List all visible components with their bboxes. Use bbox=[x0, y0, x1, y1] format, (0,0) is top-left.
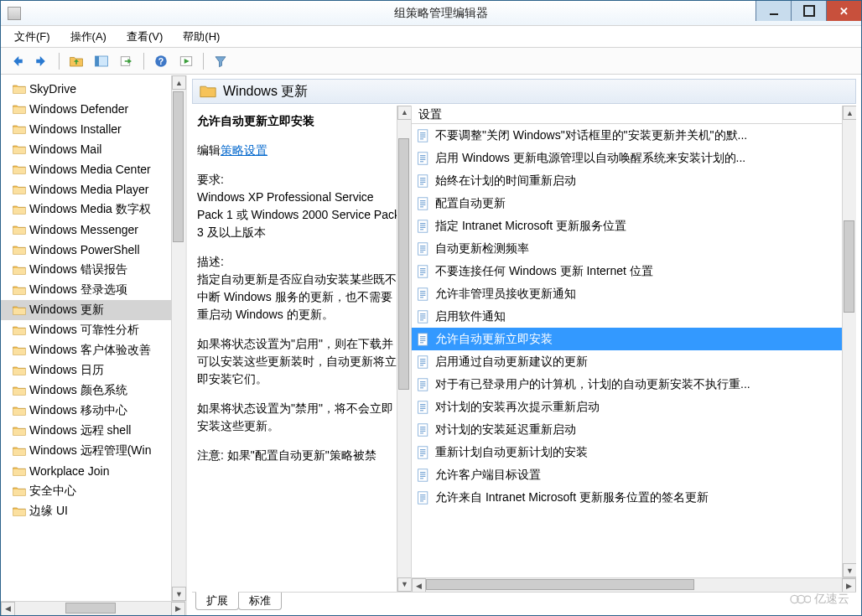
tree-item-label: Windows Installer bbox=[29, 122, 122, 136]
tree-item[interactable]: 边缘 UI bbox=[1, 501, 185, 521]
tree-item[interactable]: Windows Mail bbox=[1, 139, 185, 159]
setting-item[interactable]: 允许自动更新立即安装 bbox=[412, 328, 856, 350]
tree-hscrollbar[interactable]: ◀ ▶ bbox=[1, 601, 185, 615]
export-button[interactable] bbox=[116, 50, 138, 72]
setting-item[interactable]: 对计划的安装延迟重新启动 bbox=[412, 418, 856, 441]
tab-standard[interactable]: 标准 bbox=[238, 593, 282, 610]
scroll-down-icon[interactable]: ▼ bbox=[172, 587, 186, 601]
setting-item[interactable]: 允许非管理员接收更新通知 bbox=[412, 282, 856, 305]
svg-rect-75 bbox=[420, 432, 423, 433]
tree-item[interactable]: Windows Installer bbox=[1, 119, 185, 139]
setting-item[interactable]: 重新计划自动更新计划的安装 bbox=[412, 441, 856, 463]
folder-icon bbox=[200, 84, 216, 99]
svg-rect-49 bbox=[420, 317, 425, 318]
svg-rect-47 bbox=[420, 313, 425, 314]
scroll-thumb[interactable] bbox=[844, 220, 854, 313]
tree-item[interactable]: Windows 日历 bbox=[1, 360, 185, 380]
maximize-button[interactable] bbox=[791, 1, 826, 21]
scroll-down-icon[interactable]: ▼ bbox=[843, 563, 856, 577]
scroll-right-icon[interactable]: ▶ bbox=[842, 578, 856, 592]
forward-button[interactable] bbox=[31, 50, 53, 72]
tree-item[interactable]: 安全中心 bbox=[1, 481, 185, 501]
right-panel: Windows 更新 允许自动更新立即安装 编辑策略设置 要求: Windows… bbox=[187, 75, 861, 615]
help-button[interactable]: ? bbox=[150, 50, 172, 72]
tree-item[interactable]: Windows Media Center bbox=[1, 159, 185, 179]
setting-item[interactable]: 对计划的安装再次提示重新启动 bbox=[412, 396, 856, 418]
menu-view[interactable]: 查看(V) bbox=[118, 28, 171, 46]
tree-item[interactable]: Windows Messenger bbox=[1, 220, 185, 240]
scroll-left-icon[interactable]: ◀ bbox=[412, 578, 426, 592]
svg-rect-68 bbox=[420, 406, 425, 406]
scroll-right-icon[interactable]: ▶ bbox=[171, 602, 185, 616]
scroll-thumb[interactable] bbox=[398, 138, 409, 390]
setting-item[interactable]: 启用通过自动更新建议的更新 bbox=[412, 350, 856, 373]
scroll-thumb[interactable] bbox=[65, 603, 116, 613]
tree-item[interactable]: Windows 登录选项 bbox=[1, 280, 185, 300]
tree-item[interactable]: Windows 远程管理(Win bbox=[1, 441, 185, 461]
menu-action[interactable]: 操作(A) bbox=[62, 28, 115, 46]
desc-vscrollbar[interactable]: ▲ ▼ bbox=[397, 106, 411, 592]
tree-item[interactable]: Windows Media 数字权 bbox=[1, 199, 185, 220]
scroll-up-icon[interactable]: ▲ bbox=[397, 106, 412, 120]
scroll-thumb[interactable] bbox=[173, 91, 184, 242]
tree-list[interactable]: SkyDriveWindows DefenderWindows Installe… bbox=[1, 75, 185, 601]
settings-hscrollbar[interactable]: ◀ ▶ bbox=[412, 577, 856, 592]
tree-vscrollbar[interactable]: ▲ ▼ bbox=[171, 75, 185, 601]
back-button[interactable] bbox=[6, 50, 28, 72]
action-button[interactable] bbox=[175, 50, 197, 72]
minimize-button[interactable] bbox=[756, 1, 791, 21]
setting-item[interactable]: 对于有已登录用户的计算机，计划的自动更新安装不执行重... bbox=[412, 373, 856, 396]
setting-item[interactable]: 指定 Intranet Microsoft 更新服务位置 bbox=[412, 215, 856, 237]
tree-item[interactable]: Workplace Join bbox=[1, 461, 185, 481]
setting-item[interactable]: 允许客户端目标设置 bbox=[412, 463, 856, 486]
description-panel: 允许自动更新立即安装 编辑策略设置 要求: Windows XP Profess… bbox=[192, 106, 412, 592]
setting-item[interactable]: 允许来自 Intranet Microsoft 更新服务位置的签名更新 bbox=[412, 486, 856, 509]
menu-help[interactable]: 帮助(H) bbox=[174, 28, 228, 46]
edit-policy-link[interactable]: 策略设置 bbox=[221, 143, 267, 157]
tree-item[interactable]: Windows 错误报告 bbox=[1, 260, 185, 280]
tree-item[interactable]: SkyDrive bbox=[1, 79, 185, 99]
scroll-thumb[interactable] bbox=[426, 579, 694, 590]
show-hide-tree-button[interactable] bbox=[91, 50, 112, 72]
settings-column-header[interactable]: 设置 bbox=[412, 106, 856, 124]
tree-item[interactable]: Windows 客户体验改善 bbox=[1, 340, 185, 360]
tree-item[interactable]: Windows 可靠性分析 bbox=[1, 320, 185, 340]
tab-extended[interactable]: 扩展 bbox=[195, 592, 239, 610]
scroll-up-icon[interactable]: ▲ bbox=[172, 75, 186, 90]
tree-item[interactable]: Windows Media Player bbox=[1, 179, 185, 199]
tree-item[interactable]: Windows 远程 shell bbox=[1, 421, 185, 441]
setting-item[interactable]: 不要连接任何 Windows 更新 Internet 位置 bbox=[412, 260, 856, 282]
folder-icon bbox=[13, 485, 26, 497]
settings-list[interactable]: 不要调整"关闭 Windows"对话框里的"安装更新并关机"的默...启用 Wi… bbox=[412, 124, 856, 577]
policy-icon bbox=[417, 242, 430, 256]
tree-item[interactable]: Windows 颜色系统 bbox=[1, 380, 185, 401]
svg-rect-77 bbox=[420, 449, 425, 450]
export-icon bbox=[119, 54, 134, 69]
tree-item[interactable]: Windows Defender bbox=[1, 99, 185, 119]
svg-rect-76 bbox=[418, 446, 428, 458]
setting-item[interactable]: 配置自动更新 bbox=[412, 192, 856, 215]
up-button[interactable] bbox=[65, 50, 87, 72]
folder-icon bbox=[13, 425, 26, 437]
setting-item[interactable]: 启用 Windows 更新电源管理以自动唤醒系统来安装计划的... bbox=[412, 147, 856, 169]
setting-item[interactable]: 不要调整"关闭 Windows"对话框里的"安装更新并关机"的默... bbox=[412, 124, 856, 147]
filter-button[interactable] bbox=[210, 50, 231, 72]
tree-item[interactable]: Windows 移动中心 bbox=[1, 401, 185, 421]
setting-item[interactable]: 启用软件通知 bbox=[412, 305, 856, 328]
svg-rect-50 bbox=[420, 319, 423, 320]
close-button[interactable] bbox=[826, 1, 861, 21]
menu-file[interactable]: 文件(F) bbox=[6, 28, 59, 46]
svg-rect-36 bbox=[418, 265, 428, 277]
setting-item[interactable]: 自动更新检测频率 bbox=[412, 237, 856, 260]
titlebar: 组策略管理编辑器 bbox=[1, 1, 861, 26]
tree-item[interactable]: Windows 更新 bbox=[1, 300, 185, 320]
svg-rect-71 bbox=[418, 423, 428, 435]
scroll-left-icon[interactable]: ◀ bbox=[1, 602, 15, 616]
settings-vscrollbar[interactable]: ▲ ▼ bbox=[842, 106, 856, 577]
tree-item-label: Windows Messenger bbox=[29, 223, 138, 236]
svg-rect-21 bbox=[418, 197, 428, 209]
scroll-up-icon[interactable]: ▲ bbox=[843, 106, 856, 120]
tree-item[interactable]: Windows PowerShell bbox=[1, 240, 185, 260]
setting-item[interactable]: 始终在计划的时间重新启动 bbox=[412, 169, 856, 192]
scroll-down-icon[interactable]: ▼ bbox=[397, 577, 412, 592]
